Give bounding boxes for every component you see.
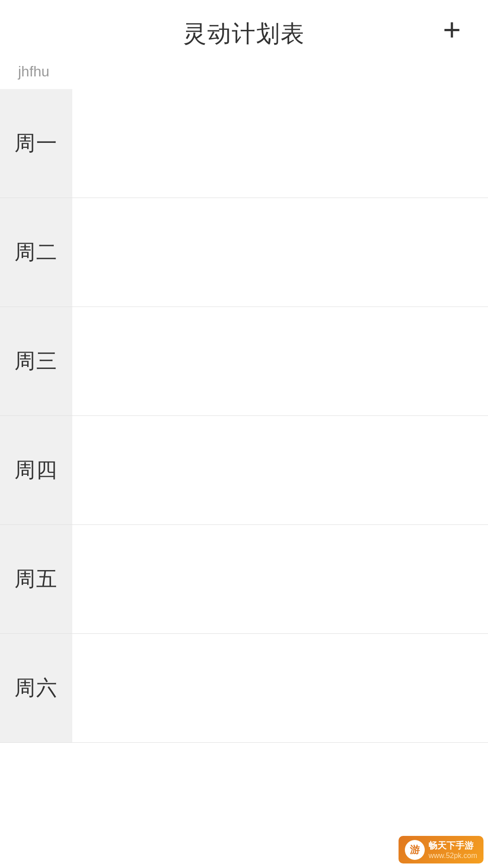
- day-label-周六: 周六: [14, 674, 58, 702]
- day-row[interactable]: 周一: [0, 89, 488, 198]
- day-label-周二: 周二: [14, 238, 58, 266]
- day-content-周四[interactable]: [72, 416, 488, 524]
- day-content-周五[interactable]: [72, 525, 488, 633]
- day-label-周四: 周四: [14, 456, 58, 484]
- watermark-texts: 畅天下手游 www.52pk.com: [428, 840, 477, 860]
- watermark-icon: 游: [405, 840, 425, 860]
- day-content-周一[interactable]: [72, 89, 488, 198]
- day-content-周二[interactable]: [72, 198, 488, 307]
- add-button[interactable]: +: [438, 9, 465, 49]
- day-label-col: 周五: [0, 525, 72, 633]
- watermark-badge: 游 畅天下手游 www.52pk.com: [399, 836, 483, 863]
- day-label-周五: 周五: [14, 565, 58, 593]
- day-label-col: 周一: [0, 89, 72, 198]
- watermark-line1: 畅天下手游: [428, 840, 477, 852]
- header: 灵动计划表 +: [0, 0, 488, 59]
- day-content-周六[interactable]: [72, 634, 488, 742]
- page-title: 灵动计划表: [183, 18, 305, 50]
- day-label-col: 周三: [0, 307, 72, 415]
- watermark-line2: www.52pk.com: [428, 852, 477, 860]
- day-label-col: 周四: [0, 416, 72, 524]
- day-label-周一: 周一: [14, 129, 58, 157]
- day-row[interactable]: 周六: [0, 634, 488, 743]
- schedule-container: 周一周二周三周四周五周六: [0, 89, 488, 743]
- day-row[interactable]: 周三: [0, 307, 488, 416]
- day-row[interactable]: 周五: [0, 525, 488, 634]
- day-row[interactable]: 周四: [0, 416, 488, 525]
- day-content-周三[interactable]: [72, 307, 488, 415]
- subtitle: jhfhu: [0, 59, 488, 89]
- day-label-col: 周六: [0, 634, 72, 742]
- day-label-col: 周二: [0, 198, 72, 307]
- day-row[interactable]: 周二: [0, 198, 488, 307]
- day-label-周三: 周三: [14, 347, 58, 375]
